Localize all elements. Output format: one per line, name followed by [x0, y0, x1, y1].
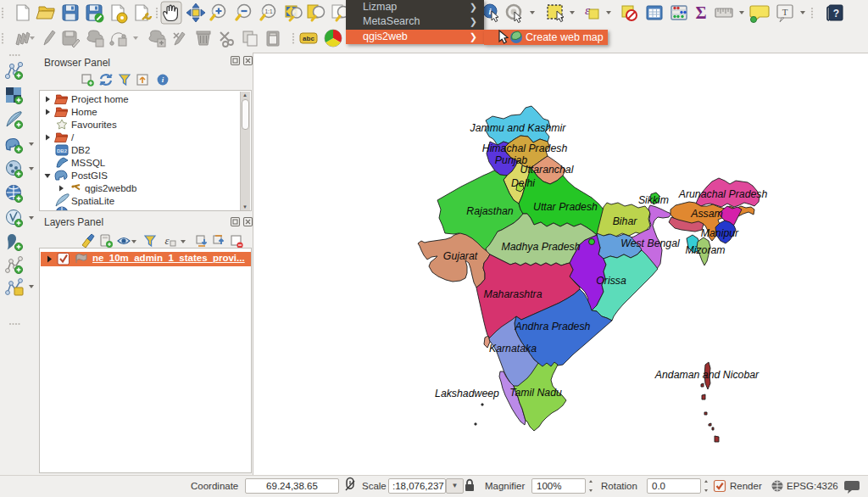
svg-text:Delhi: Delhi: [511, 177, 536, 189]
svg-text:PostGIS: PostGIS: [71, 170, 108, 181]
svg-text:Project home: Project home: [71, 94, 129, 104]
svg-text:Orissa: Orissa: [596, 275, 626, 287]
svg-text:Karnataka: Karnataka: [489, 343, 537, 355]
svg-text:Tamil Nadu: Tamil Nadu: [509, 387, 562, 399]
svg-text:ε: ε: [585, 3, 590, 17]
svg-text:Andhra Pradesh: Andhra Pradesh: [515, 321, 591, 332]
svg-text:Andaman and Nicobar: Andaman and Nicobar: [654, 369, 760, 381]
svg-text:Rajasthan: Rajasthan: [466, 205, 514, 217]
svg-text:Manipur: Manipur: [701, 227, 739, 239]
svg-text:West Bengal: West Bengal: [620, 237, 681, 249]
svg-text:Σ: Σ: [695, 3, 706, 22]
svg-text:Favourites: Favourites: [71, 120, 117, 130]
svg-text:qgis2webdb: qgis2webdb: [85, 183, 136, 193]
svg-text:Assam: Assam: [690, 208, 723, 220]
svg-text:1:1: 1:1: [264, 8, 272, 14]
svg-text:Uttaranchal: Uttaranchal: [520, 164, 575, 176]
svg-text:Home: Home: [71, 107, 97, 117]
svg-text:?: ?: [833, 8, 839, 20]
svg-text:ε: ε: [164, 234, 170, 247]
svg-text:MSSQL: MSSQL: [71, 158, 106, 168]
svg-text:DB2: DB2: [71, 145, 90, 155]
svg-text:Uttar Pradesh: Uttar Pradesh: [533, 201, 598, 213]
svg-text:Sikkim: Sikkim: [638, 194, 669, 206]
svg-text:T: T: [782, 7, 788, 17]
svg-text:Madhya Pradesh: Madhya Pradesh: [502, 241, 581, 253]
svg-text:Arunachal Pradesh: Arunachal Pradesh: [678, 188, 768, 200]
svg-text:Bihar: Bihar: [613, 215, 638, 227]
svg-text:Maharashtra: Maharashtra: [483, 288, 542, 300]
svg-text:Jammu and Kashmir: Jammu and Kashmir: [470, 122, 567, 134]
svg-text:/: /: [71, 132, 75, 142]
svg-text:Mizoram: Mizoram: [685, 244, 725, 256]
svg-text:abc: abc: [303, 35, 314, 42]
svg-text:Gujarat: Gujarat: [443, 250, 478, 262]
svg-text:SpatiaLite: SpatiaLite: [71, 196, 114, 206]
svg-text:DB2: DB2: [57, 148, 68, 154]
svg-text:Lakshadweep: Lakshadweep: [435, 388, 499, 399]
svg-text:Himachal Pradesh: Himachal Pradesh: [482, 142, 568, 154]
